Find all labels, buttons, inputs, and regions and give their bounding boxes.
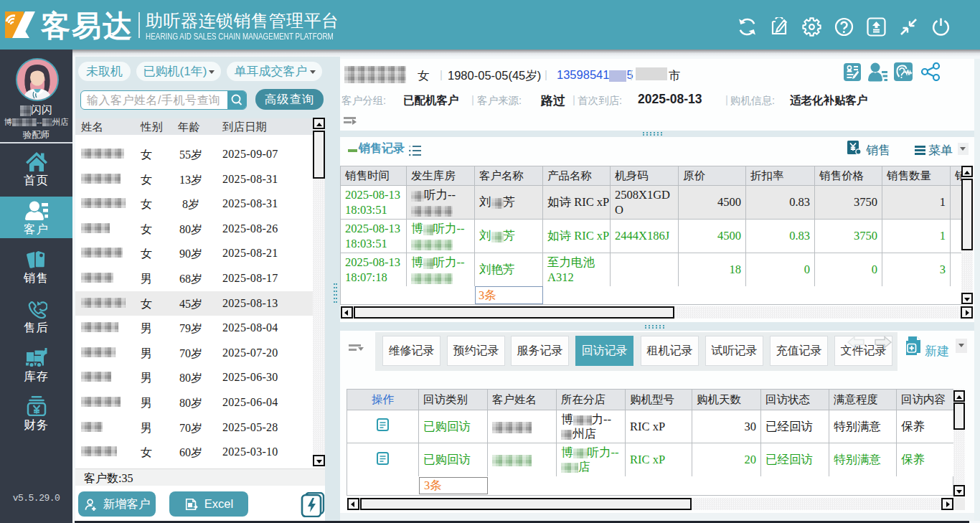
svg-text:X: X xyxy=(189,503,192,507)
